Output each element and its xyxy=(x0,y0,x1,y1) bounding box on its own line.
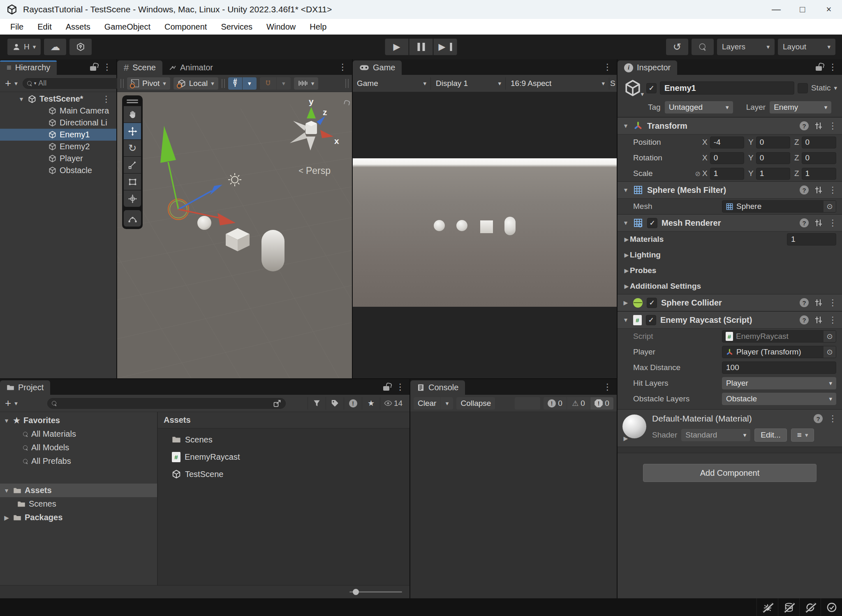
version-control-button[interactable] xyxy=(69,39,92,55)
static-checkbox[interactable] xyxy=(798,83,808,93)
search-by-label-button[interactable] xyxy=(326,397,344,410)
pick-search-icon[interactable] xyxy=(273,399,281,408)
hierarchy-item-obstacle[interactable]: Obstacle xyxy=(0,164,116,176)
gameobject-icon[interactable]: ▾ xyxy=(622,79,643,97)
create-add-button[interactable]: + ▾ xyxy=(3,397,19,410)
palette-drag-handle[interactable] xyxy=(127,100,138,101)
pivot-mode-button[interactable]: Pivot ▾ xyxy=(127,77,170,90)
tag-dropdown[interactable]: Untagged▾ xyxy=(665,101,733,113)
help-icon[interactable]: ? xyxy=(800,218,809,227)
help-icon[interactable]: ? xyxy=(800,185,809,195)
rotation-y-field[interactable] xyxy=(756,152,790,164)
foldout-open-icon[interactable]: ▼ xyxy=(622,187,629,193)
foldout-open-icon[interactable]: ▼ xyxy=(622,317,629,323)
component-menu-button[interactable]: ⋮ xyxy=(828,218,837,228)
error-count-button[interactable]: !0 xyxy=(590,397,613,410)
mesh-object-field[interactable]: Sphere ⊙ xyxy=(722,200,836,213)
tree-packages[interactable]: ▶ Packages xyxy=(0,511,157,524)
rect-tool-button[interactable] xyxy=(124,174,141,190)
obstacle-layers-dropdown[interactable]: Obstacle▾ xyxy=(722,393,836,405)
tree-all-materials[interactable]: All Materials xyxy=(0,427,157,441)
hierarchy-item-player[interactable]: Player xyxy=(0,153,116,164)
tab-project[interactable]: Project xyxy=(0,380,50,395)
help-icon[interactable]: ? xyxy=(814,414,823,423)
menu-assets[interactable]: Assets xyxy=(59,22,97,32)
enabled-checkbox[interactable]: ✓ xyxy=(646,315,656,325)
foldout-closed-icon[interactable]: ▶ xyxy=(622,435,629,442)
scale-tool-button[interactable] xyxy=(124,157,141,173)
scene-row-testscene[interactable]: ▼ TestScene* ⋮ xyxy=(0,93,116,105)
foldout-open-icon[interactable]: ▼ xyxy=(3,487,10,494)
search-by-type-button[interactable] xyxy=(308,397,326,410)
project-search-input[interactable] xyxy=(59,399,271,408)
rotation-x-field[interactable] xyxy=(710,152,744,164)
tree-all-models[interactable]: All Models xyxy=(0,441,157,454)
foldout-closed-icon[interactable]: ▶ xyxy=(623,236,630,243)
presets-icon[interactable] xyxy=(815,220,822,226)
panel-menu-button[interactable]: ⋮ xyxy=(603,382,612,392)
scale-y-field[interactable] xyxy=(756,168,790,180)
help-icon[interactable]: ? xyxy=(800,121,809,130)
tab-animator[interactable]: Animator xyxy=(162,60,220,75)
tab-game[interactable]: Game xyxy=(353,60,402,75)
console-log-area[interactable] xyxy=(410,412,617,598)
foldout-open-icon[interactable]: ▼ xyxy=(3,417,10,424)
panel-menu-button[interactable]: ⋮ xyxy=(396,382,405,392)
menu-gameobject[interactable]: GameObject xyxy=(97,22,157,32)
perspective-toggle[interactable]: < Persp xyxy=(298,165,331,176)
menu-help[interactable]: Help xyxy=(303,22,333,32)
gameobject-name-field[interactable] xyxy=(660,81,794,95)
maximize-button[interactable]: □ xyxy=(789,0,816,19)
tree-all-prefabs[interactable]: All Prefabs xyxy=(0,454,157,468)
tab-console[interactable]: Console xyxy=(410,380,465,395)
slider-knob[interactable] xyxy=(353,589,359,595)
position-x-field[interactable] xyxy=(710,137,744,148)
layer-dropdown[interactable]: Enemy▾ xyxy=(770,101,831,113)
file-enemyraycast[interactable]: # EnemyRaycast xyxy=(158,448,409,465)
account-button[interactable]: H ▾ xyxy=(7,39,41,55)
grid-visibility-dropdown[interactable]: ▾ xyxy=(243,77,257,90)
hierarchy-item-main-camera[interactable]: Main Camera xyxy=(0,105,116,117)
menu-edit[interactable]: Edit xyxy=(30,22,58,32)
thumbnail-zoom-slider[interactable] xyxy=(349,591,402,593)
tab-inspector[interactable]: i Inspector xyxy=(618,60,677,75)
cloud-button[interactable]: ☁ xyxy=(44,39,66,55)
close-button[interactable]: × xyxy=(816,0,842,19)
object-picker-icon[interactable]: ⊙ xyxy=(823,201,836,212)
search-by-importlog-button[interactable]: ! xyxy=(344,397,362,410)
foldout-open-icon[interactable]: ▼ xyxy=(622,123,629,129)
foldout-open-icon[interactable]: ▼ xyxy=(18,96,25,102)
step-button[interactable]: ▶ xyxy=(434,39,457,55)
scene-menu-button[interactable]: ⋮ xyxy=(102,94,111,104)
foldout-closed-icon[interactable]: ▶ xyxy=(622,299,629,306)
presets-icon[interactable] xyxy=(815,187,822,193)
move-tool-button[interactable] xyxy=(124,123,141,139)
foldout-closed-icon[interactable]: ▶ xyxy=(3,514,10,521)
custom-tool-button[interactable] xyxy=(124,210,141,227)
foldout-closed-icon[interactable]: ▶ xyxy=(623,283,630,289)
foldout-closed-icon[interactable]: ▶ xyxy=(623,252,630,258)
shader-edit-button[interactable]: Edit... xyxy=(754,428,787,442)
tree-scenes[interactable]: Scenes xyxy=(0,497,157,511)
lock-icon[interactable] xyxy=(816,66,822,71)
grid-snapping-dropdown[interactable]: ▾ xyxy=(277,77,291,90)
info-count-button[interactable]: !0 xyxy=(544,397,567,410)
handle-rotation-button[interactable]: Local ▾ xyxy=(173,77,218,90)
tree-favorites[interactable]: ▼ ★ Favorites xyxy=(0,414,157,427)
material-menu-button[interactable]: ⋮ xyxy=(828,414,837,424)
mesh-filter-header[interactable]: ▼ Sphere (Mesh Filter) ? ⋮ xyxy=(618,181,842,199)
layout-dropdown[interactable]: Layout▾ xyxy=(778,39,835,55)
console-toolbar-segment[interactable] xyxy=(515,397,540,410)
auto-refresh-disabled-icon[interactable] xyxy=(799,598,821,616)
shader-dropdown[interactable]: Standard▾ xyxy=(681,429,750,441)
component-menu-button[interactable]: ⋮ xyxy=(828,315,837,325)
component-menu-button[interactable]: ⋮ xyxy=(828,185,837,195)
scale-z-field[interactable] xyxy=(802,168,836,180)
menu-services[interactable]: Services xyxy=(214,22,259,32)
menu-file[interactable]: File xyxy=(3,22,30,32)
active-checkbox[interactable]: ✓ xyxy=(646,83,657,93)
transform-tool-button[interactable] xyxy=(124,190,141,207)
hierarchy-item-enemy1[interactable]: Enemy1 xyxy=(0,129,116,141)
sphere-collider-header[interactable]: ▶ ✓ Sphere Collider ? ⋮ xyxy=(618,294,842,311)
object-picker-icon[interactable]: ⊙ xyxy=(823,346,836,358)
